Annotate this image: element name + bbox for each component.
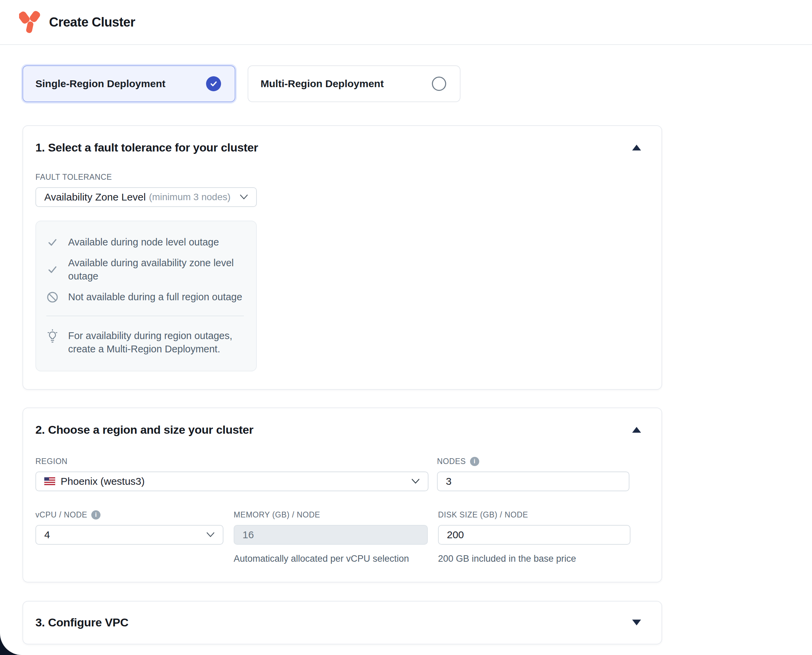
region-select[interactable]: Phoenix (westus3): [35, 472, 428, 491]
check-icon: [46, 264, 59, 275]
memory-label: MEMORY (GB) / NODE: [234, 510, 428, 520]
collapse-section-button[interactable]: [629, 424, 644, 435]
disk-size-label: DISK SIZE (GB) / NODE: [438, 510, 630, 520]
chevron-down-icon: [206, 532, 214, 538]
option-label: Multi-Region Deployment: [260, 78, 384, 89]
section-title: 3. Configure VPC: [35, 616, 128, 629]
availability-item: Available during availability zone level…: [46, 256, 244, 283]
fault-tolerance-section-card: 1. Select a fault tolerance for your clu…: [23, 125, 662, 390]
section-title: 1. Select a fault tolerance for your clu…: [35, 141, 258, 154]
region-value: Phoenix (westus3): [61, 475, 145, 487]
selected-check-icon: [206, 76, 221, 91]
single-region-option-card[interactable]: Single-Region Deployment: [23, 65, 235, 102]
memory-input: [234, 525, 428, 545]
deployment-options: Single-Region Deployment Multi-Region De…: [23, 65, 662, 102]
region-size-section-card: 2. Choose a region and size your cluster…: [23, 407, 662, 583]
chevron-down-icon: [411, 479, 420, 484]
triangle-up-icon: [632, 145, 641, 151]
option-label: Single-Region Deployment: [35, 78, 166, 89]
availability-text: Not available during a full region outag…: [68, 291, 242, 304]
fault-tolerance-label: FAULT TOLERANCE: [35, 172, 644, 182]
divider: [46, 315, 244, 316]
top-bar: Create Cluster: [0, 0, 812, 45]
fault-tolerance-select[interactable]: Availability Zone Level (minimum 3 nodes…: [35, 187, 257, 207]
region-label: REGION: [35, 457, 428, 466]
availability-item: Not available during a full region outag…: [46, 291, 244, 304]
memory-helper-text: Automatically allocated per vCPU selecti…: [234, 554, 428, 564]
availability-item: Available during node level outage: [46, 235, 244, 249]
tip-text: For availability during region outages, …: [68, 329, 244, 356]
create-cluster-page: Create Cluster Single-Region Deployment …: [0, 0, 812, 655]
vcpu-value: 4: [44, 529, 50, 541]
vcpu-label-text: vCPU / NODE: [35, 510, 87, 520]
triangle-down-icon: [632, 620, 641, 626]
disk-size-input[interactable]: [438, 525, 630, 545]
multi-region-option-card[interactable]: Multi-Region Deployment: [248, 65, 461, 102]
disk-helper-text: 200 GB included in the base price: [438, 554, 630, 564]
availability-text: Available during node level outage: [68, 235, 219, 249]
vcpu-select[interactable]: 4: [35, 525, 223, 545]
us-flag-icon: [44, 477, 55, 485]
expand-section-button[interactable]: [629, 617, 644, 628]
collapse-section-button[interactable]: [629, 142, 644, 153]
radio-unselected-icon: [432, 77, 446, 91]
info-icon[interactable]: [91, 510, 100, 520]
nodes-label: NODES: [437, 457, 629, 466]
fault-tolerance-hint: (minimum 3 nodes): [149, 192, 231, 203]
availability-text: Available during availability zone level…: [68, 256, 244, 283]
section-title: 2. Choose a region and size your cluster: [35, 423, 253, 437]
check-icon: [46, 237, 59, 248]
triangle-up-icon: [632, 427, 641, 433]
availability-info-box: Available during node level outage Avail…: [35, 221, 257, 371]
vpc-section-card: 3. Configure VPC: [23, 601, 662, 644]
nodes-label-text: NODES: [437, 457, 466, 466]
nodes-input[interactable]: [437, 472, 629, 491]
tip-row: For availability during region outages, …: [46, 329, 244, 356]
page-title: Create Cluster: [49, 15, 135, 29]
chevron-down-icon: [240, 194, 248, 200]
not-available-icon: [46, 291, 59, 303]
fault-tolerance-value: Availability Zone Level: [44, 191, 146, 203]
vcpu-label: vCPU / NODE: [35, 510, 223, 520]
lightbulb-icon: [46, 329, 59, 344]
app-logo-icon: [19, 11, 40, 33]
info-icon[interactable]: [470, 457, 479, 466]
